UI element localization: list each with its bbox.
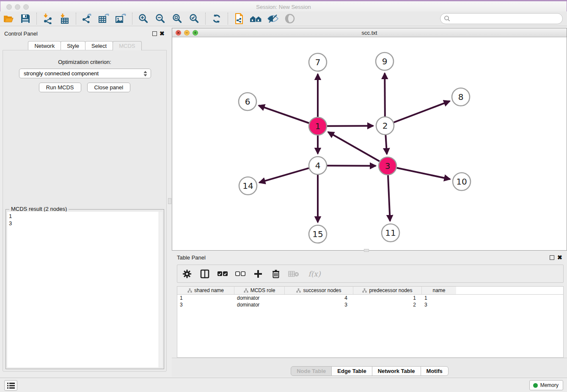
tab-network[interactable]: Network [28,41,61,50]
graph-edge-4-14[interactable] [259,168,309,182]
graph-node-label-2: 2 [383,121,388,131]
import-network-icon [42,13,53,24]
window-title: Session: New Session [0,4,567,10]
delete-column-button[interactable] [270,268,281,279]
cell-mcds-role[interactable]: dominator [234,301,285,308]
save-floppy-icon [20,14,30,24]
open-session-button[interactable] [1,12,16,25]
memory-button[interactable]: Memory [529,380,563,390]
refresh-layout-button[interactable] [209,12,224,25]
table-float-panel-icon[interactable] [550,255,554,260]
network-window-titlebar[interactable]: ✕ − + scc.txt [172,28,567,37]
task-history-button[interactable] [4,380,17,391]
save-session-button[interactable] [18,12,33,25]
zoom-in-button[interactable] [136,12,151,25]
memory-label: Memory [540,382,559,388]
window-titlebar[interactable]: Session: New Session [0,0,567,11]
toolbar-separator [76,13,76,25]
show-columns-button[interactable] [199,268,210,279]
control-panel: Control Panel ✖ Network Style Select MCD… [0,26,169,378]
export-network-icon [82,13,93,24]
cell-shared-name[interactable]: 1 [177,295,234,301]
graph-node-label-14: 14 [242,181,253,191]
network-overview-button[interactable] [249,12,263,25]
result-scrollbar[interactable] [159,212,162,367]
graph-node-label-6: 6 [245,97,250,107]
search-box[interactable] [440,13,563,24]
cell-shared-name[interactable]: 3 [177,301,234,308]
network-view-window: ✕ − + scc.txt 7968124314101511 [172,28,567,251]
search-input[interactable] [451,14,562,23]
add-column-button[interactable] [253,268,264,279]
plus-icon [254,270,262,278]
column-header-name[interactable]: name [422,287,456,294]
function-builder-button[interactable]: f(x) [306,268,323,279]
select-all-button[interactable] [217,268,228,279]
cell-predecessor-nodes[interactable]: 1 [353,295,422,301]
vertical-splitter-handle[interactable] [168,198,171,204]
column-header-successor-nodes[interactable]: successor nodes [285,287,353,294]
status-bar: Memory [0,378,567,392]
graph-edge-1-6[interactable] [259,105,309,123]
export-image-button[interactable] [114,12,128,25]
graph-node-label-7: 7 [315,57,321,67]
tab-mcds[interactable]: MCDS [113,41,141,50]
graph-edge-1-2[interactable] [327,126,373,126]
graph-edge-2-3[interactable] [385,135,387,154]
table-row[interactable]: 1 dominator 4 1 1 [177,295,563,301]
tab-motifs[interactable]: Motifs [421,366,449,376]
cell-predecessor-nodes[interactable]: 2 [353,301,422,308]
graph-edge-4-3[interactable] [327,166,376,166]
eye-icon [284,13,295,24]
graph-edge-3-10[interactable] [397,168,450,179]
table-row[interactable]: 3 dominator 3 2 3 [177,301,563,308]
tab-network-table[interactable]: Network Table [372,366,421,376]
column-header-predecessor-nodes[interactable]: predecessor nodes [353,287,422,294]
export-network-button[interactable] [80,12,94,25]
mcds-result-text[interactable]: 1 3 [7,212,162,367]
column-header-mcds-role[interactable]: MCDS role [234,287,285,294]
import-network-button[interactable] [41,12,55,25]
tab-node-table[interactable]: Node Table [291,366,332,376]
export-table-button[interactable] [97,12,111,25]
column-header-shared-name[interactable]: shared name [177,287,234,294]
network-graph[interactable]: 7968124314101511 [172,37,567,250]
float-panel-icon[interactable] [152,31,157,36]
criterion-select[interactable]: strongly connected component [19,69,151,78]
table-mode-settings-button[interactable] [182,268,193,279]
delete-table-button[interactable] [288,268,299,279]
cell-name[interactable]: 1 [422,295,456,301]
mcds-panel-body: Optimization criterion: strongly connect… [3,50,167,372]
zoom-out-button[interactable] [153,12,168,25]
tab-select[interactable]: Select [85,41,113,50]
graph-node-label-11: 11 [385,228,396,238]
control-panel-title: Control Panel [4,30,38,37]
graph-edge-3-1[interactable] [328,132,380,161]
cell-successor-nodes[interactable]: 3 [285,301,353,308]
tab-edge-table[interactable]: Edge Table [331,366,372,376]
close-panel-icon[interactable]: ✖ [160,30,165,37]
open-folder-icon [3,14,14,24]
table-close-panel-icon[interactable]: ✖ [557,254,562,261]
graph-edge-2-8[interactable] [394,101,450,122]
main-toolbar [0,11,567,26]
toolbar-separator [228,13,228,25]
run-mcds-button[interactable]: Run MCDS [39,83,81,92]
graph-edge-3-11[interactable] [388,175,390,221]
birdseye-view-button[interactable] [283,12,297,25]
import-table-button[interactable] [58,12,72,25]
tab-style[interactable]: Style [61,41,85,50]
deselect-all-button[interactable] [235,268,246,279]
cell-mcds-role[interactable]: dominator [234,295,285,301]
close-panel-button[interactable]: Close panel [87,83,131,92]
horizontal-splitter-handle[interactable] [364,249,369,252]
show-graphics-details-button[interactable] [266,12,280,25]
cell-name[interactable]: 3 [422,301,456,308]
table-panel: Table Panel ✖ [172,252,567,377]
zoom-fit-button[interactable] [170,12,184,25]
memory-status-icon [533,383,538,388]
duplicate-network-button[interactable] [232,12,246,25]
cell-successor-nodes[interactable]: 4 [285,295,353,301]
zoom-selected-button[interactable] [187,12,201,25]
graph-edge-2-9[interactable] [385,73,385,116]
